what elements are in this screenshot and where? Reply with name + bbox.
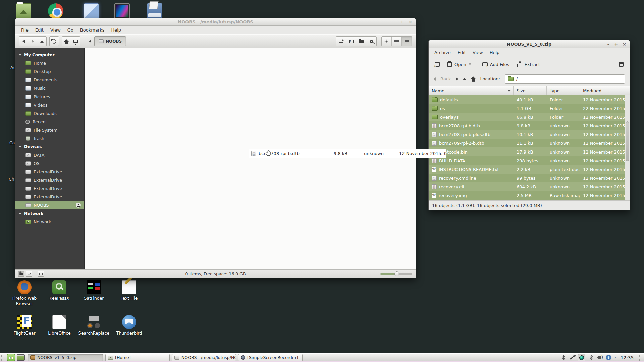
menu-go[interactable]: Go (64, 26, 76, 34)
sidebar-item-documents[interactable]: Documents (15, 76, 84, 84)
sidebar-section-devices[interactable]: Devices (15, 143, 84, 151)
column-header-type[interactable]: Type (547, 86, 580, 95)
sidebar-item-downloads[interactable]: Downloads (15, 109, 84, 118)
desktop-icon-keepassx[interactable]: KeePassX (42, 280, 77, 301)
search-button[interactable] (366, 37, 376, 46)
arc-titlebar[interactable]: NOOBS_v1_5_0.zip – + × (429, 40, 630, 48)
menu-file[interactable]: File (18, 26, 32, 34)
sidebar-item-data[interactable]: DATA (15, 151, 84, 159)
table-row[interactable]: overlays66.8 kBFolder12 November 2015, … (429, 113, 625, 121)
bluetooth-icon[interactable] (588, 355, 594, 360)
icon-view-button[interactable] (382, 37, 392, 46)
menu-help[interactable]: Help (487, 49, 503, 56)
column-header-name[interactable]: Name (429, 86, 514, 95)
breadcrumb-noobs[interactable]: NOOBS (94, 36, 126, 46)
volume-icon[interactable] (597, 355, 603, 360)
toggle-location-entry-button[interactable] (336, 37, 346, 46)
task-button-home[interactable]: [Home] (105, 354, 170, 361)
zoom-slider-knob[interactable] (394, 272, 399, 276)
task-button-screenrecorder[interactable]: [SimpleScreenRecorder] (238, 354, 303, 361)
desktop-icon-flightgear[interactable]: FlightGear (7, 315, 42, 336)
sidebar-section-network[interactable]: Network (15, 209, 84, 218)
desktop-icon-satfinder[interactable]: SatFinder (76, 280, 111, 301)
add-files-button[interactable]: Add Files (480, 61, 512, 68)
column-header-size[interactable]: Size (514, 86, 547, 95)
maximize-button[interactable]: + (614, 42, 618, 46)
desktop-icon-text-file[interactable]: Text File (112, 280, 147, 301)
task-button-archive[interactable]: NOOBS_v1_5_0.zip (28, 354, 103, 361)
fm-titlebar[interactable]: NOOBS - /media/lutusp/NOOBS – + × (15, 18, 416, 26)
forward-icon[interactable] (456, 77, 458, 81)
chrome-icon[interactable] (48, 3, 63, 19)
sidebar-item-externaldrive-2[interactable]: ExternalDrive (15, 176, 84, 184)
sidebar-item-home[interactable]: Home (15, 59, 84, 67)
home-icon[interactable] (470, 76, 476, 79)
breadcrumb-scroll-left[interactable] (85, 37, 94, 46)
column-header-modified[interactable]: Modified (580, 86, 630, 95)
up-button[interactable] (37, 37, 46, 46)
menu-bookmarks[interactable]: Bookmarks (77, 26, 108, 34)
desktop-icon-thunderbird[interactable]: Thunderbird (112, 315, 147, 336)
menu-view[interactable]: View (47, 26, 64, 34)
table-row[interactable]: recovery.img2.5 MBRaw disk image12 Novem… (429, 191, 625, 200)
desktop-icon-firefox[interactable]: Firefox Web Browser (7, 280, 42, 306)
compact-view-button[interactable] (402, 37, 412, 46)
sidebar-item-videos[interactable]: Videos (15, 101, 84, 109)
task-button-file-manager[interactable]: NOOBS - /media/lutusp/NOO… (172, 354, 236, 361)
minimize-button[interactable]: – (607, 42, 610, 46)
computer-button[interactable] (71, 37, 80, 46)
menu-view[interactable]: View (470, 49, 486, 56)
sidebar-item-externaldrive-4[interactable]: ExternalDrive (15, 193, 84, 201)
menu-edit[interactable]: Edit (32, 26, 47, 34)
monitor-app-icon[interactable] (114, 3, 130, 19)
table-row[interactable]: bcm2708-rpi-b.dtb9.8 kBunknown12 Novembe… (429, 121, 625, 130)
location-input[interactable]: / (505, 74, 625, 84)
fm-file-area[interactable] (85, 48, 416, 269)
table-row[interactable]: INSTRUCTIONS-README.txt2.2 kBplain text … (429, 165, 625, 174)
refresh-button[interactable] (50, 37, 59, 46)
back-label[interactable]: Back (440, 76, 451, 81)
panel-grip[interactable] (1, 355, 4, 361)
open-terminal-button[interactable] (346, 37, 356, 46)
table-row[interactable]: recovery.elf604.2 kBunknown12 November 2… (429, 182, 625, 191)
desktop-icon-searchreplace[interactable]: SearchReplace (76, 315, 111, 336)
back-icon[interactable] (433, 77, 436, 81)
maximize-button[interactable]: + (400, 20, 404, 24)
eject-icon[interactable] (76, 203, 81, 208)
sidebar-item-music[interactable]: Music (15, 84, 84, 93)
forward-button[interactable] (28, 37, 37, 46)
sidebar-item-pictures[interactable]: Pictures (15, 93, 84, 101)
table-row[interactable]: recovery.cmdline99 bytesunknown12 Novemb… (429, 174, 625, 182)
panel-grip[interactable] (639, 355, 642, 361)
close-button[interactable]: × (623, 42, 626, 46)
up-icon[interactable] (463, 78, 466, 80)
sidebar-item-externaldrive-1[interactable]: ExternalDrive (15, 168, 84, 176)
new-archive-button[interactable] (433, 61, 442, 68)
show-desktop-button[interactable] (17, 354, 25, 361)
zoom-slider[interactable] (380, 273, 412, 275)
sidebar-item-trash[interactable]: Trash (15, 134, 84, 143)
update-manager-icon[interactable]: i (606, 355, 611, 360)
table-row[interactable]: BUILD-DATA298 bytesunknown12 November 20… (429, 156, 625, 165)
sidebar-item-recent[interactable]: Recent (15, 118, 84, 126)
sidebar-section-my-computer[interactable]: My Computer (15, 51, 84, 59)
tray-expand-chevron[interactable]: › (614, 355, 616, 360)
bluetooth-icon[interactable] (560, 355, 566, 360)
clock[interactable]: 12:35 (619, 355, 635, 360)
sidebar-item-desktop[interactable]: Desktop (15, 67, 84, 76)
list-view-button[interactable] (392, 37, 402, 46)
extract-button[interactable]: Extract (515, 60, 542, 69)
sidebar-item-noobs[interactable]: NOOBS (15, 201, 84, 209)
sidebar-item-externaldrive-3[interactable]: ExternalDrive (15, 184, 84, 193)
scrollbar-thumb[interactable] (626, 121, 629, 161)
table-row[interactable]: bcm2708-rpi-b-plus.dtb10.1 kBunknown12 N… (429, 130, 625, 139)
menu-edit[interactable]: Edit (454, 49, 469, 56)
cube-app-icon[interactable] (84, 3, 99, 19)
new-folder-button[interactable] (356, 37, 366, 46)
sidebar-item-network[interactable]: Network (15, 218, 84, 226)
table-row[interactable]: os1.1 GBFolder22 November 2015, … (429, 104, 625, 113)
open-button[interactable]: Open (445, 61, 473, 68)
desktop-icon-libreoffice[interactable]: LibreOffice (42, 315, 77, 336)
table-row[interactable]: bootcode.bin17.9 kBunknown12 November 20… (429, 147, 625, 156)
minimize-button[interactable]: – (393, 20, 396, 24)
